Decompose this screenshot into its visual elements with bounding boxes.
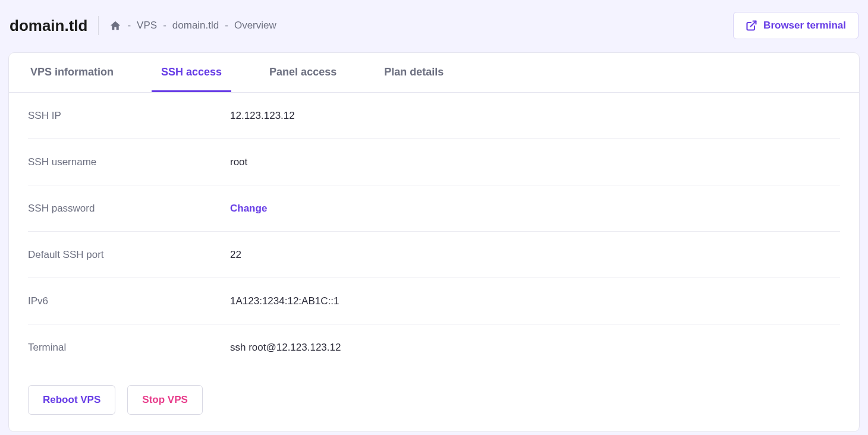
- row-ssh-port: Default SSH port 22: [28, 232, 840, 278]
- ssh-password-change-link[interactable]: Change: [230, 203, 267, 215]
- action-bar: Reboot VPS Stop VPS: [9, 371, 859, 431]
- external-link-icon: [746, 20, 757, 31]
- tab-panel-access[interactable]: Panel access: [260, 53, 346, 92]
- browser-terminal-label: Browser terminal: [763, 20, 846, 31]
- ssh-ip-value: 12.123.123.12: [230, 110, 295, 122]
- vps-card: VPS information SSH access Panel access …: [8, 52, 860, 432]
- breadcrumb-item-vps[interactable]: VPS: [137, 20, 157, 31]
- tab-plan-details[interactable]: Plan details: [375, 53, 453, 92]
- terminal-label: Terminal: [28, 342, 230, 354]
- page-title: domain.tld: [10, 17, 87, 35]
- ssh-port-label: Default SSH port: [28, 249, 230, 261]
- tabs: VPS information SSH access Panel access …: [9, 53, 859, 93]
- breadcrumb-sep: -: [163, 20, 166, 31]
- row-ssh-username: SSH username root: [28, 139, 840, 185]
- reboot-vps-button[interactable]: Reboot VPS: [28, 385, 115, 415]
- ssh-username-value: root: [230, 156, 247, 168]
- row-ssh-ip: SSH IP 12.123.123.12: [28, 93, 840, 139]
- tab-ssh-access[interactable]: SSH access: [152, 53, 231, 92]
- row-terminal: Terminal ssh root@12.123.123.12: [28, 324, 840, 371]
- breadcrumb-sep: -: [127, 20, 131, 31]
- ssh-password-label: SSH password: [28, 203, 230, 215]
- breadcrumb: - VPS - domain.tld - Overview: [109, 20, 276, 31]
- ssh-ip-label: SSH IP: [28, 110, 230, 122]
- ssh-port-value: 22: [230, 249, 241, 261]
- ipv6-label: IPv6: [28, 295, 230, 307]
- tab-vps-information[interactable]: VPS information: [21, 53, 123, 92]
- row-ipv6: IPv6 1A123:1234:12:AB1C::1: [28, 278, 840, 324]
- divider: [98, 16, 99, 35]
- breadcrumb-sep: -: [225, 20, 228, 31]
- breadcrumb-item-overview[interactable]: Overview: [234, 20, 276, 31]
- svg-line-0: [750, 21, 756, 27]
- ssh-details: SSH IP 12.123.123.12 SSH username root S…: [9, 93, 859, 371]
- terminal-value: ssh root@12.123.123.12: [230, 342, 341, 354]
- ssh-username-label: SSH username: [28, 156, 230, 168]
- page-header: domain.tld - VPS - domain.tld - Overview…: [0, 0, 868, 39]
- ipv6-value: 1A123:1234:12:AB1C::1: [230, 295, 339, 307]
- stop-vps-button[interactable]: Stop VPS: [127, 385, 203, 415]
- row-ssh-password: SSH password Change: [28, 185, 840, 232]
- browser-terminal-button[interactable]: Browser terminal: [733, 12, 858, 39]
- breadcrumb-item-domain[interactable]: domain.tld: [172, 20, 219, 31]
- home-icon[interactable]: [109, 20, 121, 31]
